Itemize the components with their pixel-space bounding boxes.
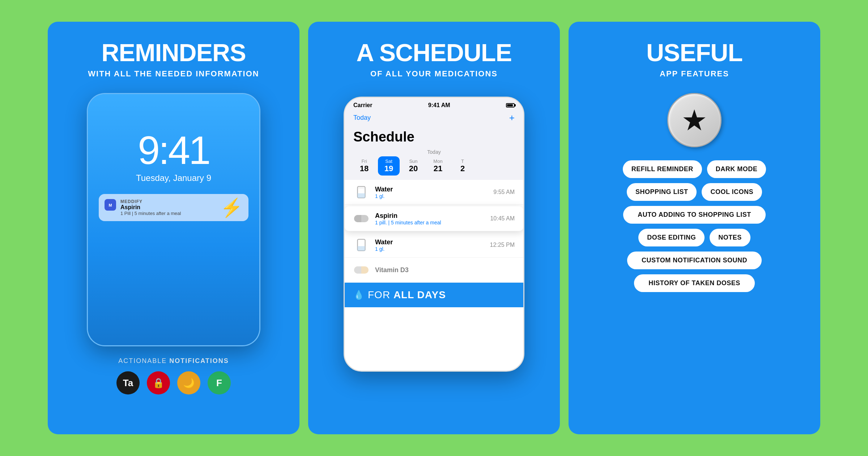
vitamind3-name: Vitamin D3 [375, 266, 515, 274]
schedule-list: Water 1 gl. 9:55 AM Aspirin 1 pill. | 5 … [345, 180, 523, 283]
battery-fill [507, 104, 513, 106]
water1-detail: 1 gl. [375, 193, 488, 199]
water2-detail: 1 gl. [375, 246, 484, 252]
features-row-4: DOSE EDITING NOTES [583, 229, 806, 246]
svg-rect-6 [357, 246, 365, 251]
svg-rect-3 [357, 194, 365, 198]
battery-indicator [506, 103, 515, 107]
water2-time: 12:25 PM [490, 242, 515, 248]
aspirin-detail: 1 pill. | 5 minutes after a meal [375, 220, 484, 225]
schedule-item-info-water1: Water 1 gl. [375, 186, 488, 199]
pill-icon [353, 211, 369, 227]
features-row-2: SHOPPING LIST COOL ICONS [583, 183, 806, 201]
status-bar: Carrier 9:41 AM [345, 98, 523, 111]
cal-day-fri-name: Fri [361, 159, 367, 164]
actionable-label: ACTIONABLE NOTIFICATIONS [118, 357, 229, 365]
carrier-text: Carrier [353, 102, 372, 109]
schedule-item-water1[interactable]: Water 1 gl. 9:55 AM [345, 180, 523, 205]
features-row-5: CUSTOM NOTIFICATION SOUND [583, 252, 806, 269]
water-icon-1 [353, 184, 369, 200]
feature-refill-reminder: REFILL REMINDER [623, 160, 702, 178]
calendar-today-label: Today [353, 149, 515, 155]
vitamind3-icon [353, 262, 369, 278]
for-all-days-banner: 💧 FOR ALL DAYS [345, 283, 523, 307]
panel-reminders: REMINDERS WITH ALL THE NEEDED INFORMATIO… [48, 22, 299, 434]
pill-image [354, 215, 369, 222]
phone-mockup-2: Carrier 9:41 AM Today + Schedule Today [344, 97, 524, 372]
main-container: REMINDERS WITH ALL THE NEEDED INFORMATIO… [43, 22, 825, 434]
schedule-item-water2[interactable]: Water 1 gl. 12:25 PM [345, 233, 523, 258]
star-badge: ★ [667, 93, 722, 147]
app-icon-f: F [208, 371, 231, 394]
cal-day-mon-name: Mon [433, 159, 442, 164]
schedule-title: Schedule [345, 126, 523, 149]
panel3-title: USEFUL [646, 40, 743, 66]
panel2-title: A SCHEDULE [356, 40, 512, 66]
panel2-subtitle: OF ALL YOUR MEDICATIONS [370, 69, 498, 79]
calendar-strip-container: Today Fri 18 Sat 19 Sun 20 Mon [345, 149, 523, 180]
cal-day-sat-name: Sat [385, 159, 392, 164]
cal-day-sat-num: 19 [384, 164, 393, 173]
cal-day-sun[interactable]: Sun 20 [403, 156, 424, 176]
cal-day-tue-num: 2 [460, 164, 465, 173]
for-all-days-text: FOR ALL DAYS [368, 289, 446, 301]
cal-day-fri[interactable]: Fri 18 [353, 156, 375, 176]
feature-dark-mode: DARK MODE [707, 160, 766, 178]
features-row-3: AUTO ADDING TO SHOPPING LIST [583, 206, 806, 224]
calendar-strip: Fri 18 Sat 19 Sun 20 Mon 21 [353, 156, 515, 176]
lightning-icon: ⚡ [220, 197, 243, 218]
app-icons-row: Ta 🔒 🌙 F [116, 371, 231, 394]
cal-day-fri-num: 18 [360, 164, 369, 173]
phone-screen-1: 9:41 Tuesday, January 9 M MEDDIFY Aspiri… [88, 94, 259, 345]
features-row-1: REFILL REMINDER DARK MODE [583, 160, 806, 178]
schedule-item-aspirin[interactable]: Aspirin 1 pill. | 5 minutes after a meal… [345, 206, 523, 231]
star-icon: ★ [681, 104, 707, 137]
for-text: FOR [368, 289, 393, 300]
panel1-title: REMINDERS [101, 40, 246, 66]
cal-day-tue-name: T [461, 159, 464, 164]
features-row-6: HISTORY OF TAKEN DOSES [583, 274, 806, 292]
feature-cool-icons: COOL ICONS [702, 183, 762, 201]
panel1-subtitle: WITH ALL THE NEEDED INFORMATION [88, 69, 259, 79]
notification-card: M MEDDIFY Aspirin 1 Pill | 5 minutes aft… [99, 194, 248, 221]
feature-history: HISTORY OF TAKEN DOSES [634, 274, 754, 292]
feature-shopping-list: SHOPPING LIST [627, 183, 697, 201]
phone-mockup-1: 9:41 Tuesday, January 9 M MEDDIFY Aspiri… [87, 93, 260, 346]
water1-name: Water [375, 186, 488, 193]
app-icon-ta: Ta [116, 371, 140, 394]
cal-day-tue[interactable]: T 2 [452, 156, 473, 176]
panel-schedule: A SCHEDULE OF ALL YOUR MEDICATIONS Carri… [308, 22, 560, 434]
schedule-item-info-water2: Water 1 gl. [375, 238, 484, 252]
clock-date: Tuesday, January 9 [136, 173, 211, 183]
schedule-item-info-aspirin: Aspirin 1 pill. | 5 minutes after a meal [375, 212, 484, 225]
water2-name: Water [375, 238, 484, 246]
cal-day-sun-num: 20 [409, 164, 418, 173]
aspirin-time: 10:45 AM [490, 215, 515, 222]
status-time: 9:41 AM [428, 102, 450, 109]
app-icon-lock: 🔒 [147, 371, 170, 394]
clock-time: 9:41 [138, 130, 209, 170]
feature-custom-notification: CUSTOM NOTIFICATION SOUND [627, 252, 762, 269]
svg-text:M: M [109, 203, 112, 207]
water-icon-2 [353, 237, 369, 253]
cal-day-mon[interactable]: Mon 21 [427, 156, 449, 176]
vitamind3-pill [354, 266, 369, 274]
cal-day-sun-name: Sun [409, 159, 417, 164]
schedule-item-vitamind3[interactable]: Vitamin D3 [345, 258, 523, 283]
water1-time: 9:55 AM [493, 189, 515, 195]
nav-bar: Today + [345, 111, 523, 126]
panel-useful: USEFUL APP FEATURES ★ REFILL REMINDER DA… [569, 22, 820, 434]
battery-icon [506, 103, 515, 107]
panel3-subtitle: APP FEATURES [660, 69, 729, 79]
nav-plus-button[interactable]: + [509, 112, 515, 123]
cal-day-mon-num: 21 [434, 164, 442, 173]
feature-dose-editing: DOSE EDITING [638, 229, 705, 246]
nav-today[interactable]: Today [353, 114, 371, 122]
app-icon: M [105, 199, 116, 211]
aspirin-name: Aspirin [375, 212, 484, 220]
feature-auto-adding: AUTO ADDING TO SHOPPING LIST [623, 206, 766, 224]
feature-notes: NOTES [710, 229, 750, 246]
cal-day-sat[interactable]: Sat 19 [378, 156, 400, 176]
features-grid: REFILL REMINDER DARK MODE SHOPPING LIST … [583, 160, 806, 292]
schedule-item-info-vitamind3: Vitamin D3 [375, 266, 515, 274]
